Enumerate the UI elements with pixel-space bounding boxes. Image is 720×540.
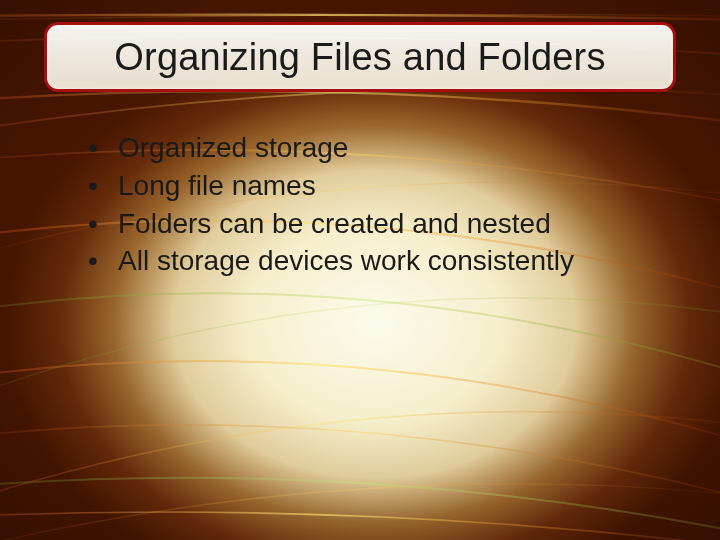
bullet-icon: •	[88, 243, 118, 279]
title-container: Organizing Files and Folders	[44, 22, 676, 92]
bullet-list: • Organized storage • Long file names • …	[88, 130, 648, 281]
slide-title: Organizing Files and Folders	[114, 36, 605, 79]
bullet-text: Organized storage	[118, 130, 348, 166]
bullet-text: All storage devices work consistently	[118, 243, 574, 279]
bullet-icon: •	[88, 168, 118, 204]
bullet-text: Folders can be created and nested	[118, 206, 551, 242]
list-item: • Organized storage	[88, 130, 648, 166]
bullet-icon: •	[88, 130, 118, 166]
bullet-icon: •	[88, 206, 118, 242]
list-item: • Folders can be created and nested	[88, 206, 648, 242]
list-item: • All storage devices work consistently	[88, 243, 648, 279]
bullet-text: Long file names	[118, 168, 316, 204]
list-item: • Long file names	[88, 168, 648, 204]
